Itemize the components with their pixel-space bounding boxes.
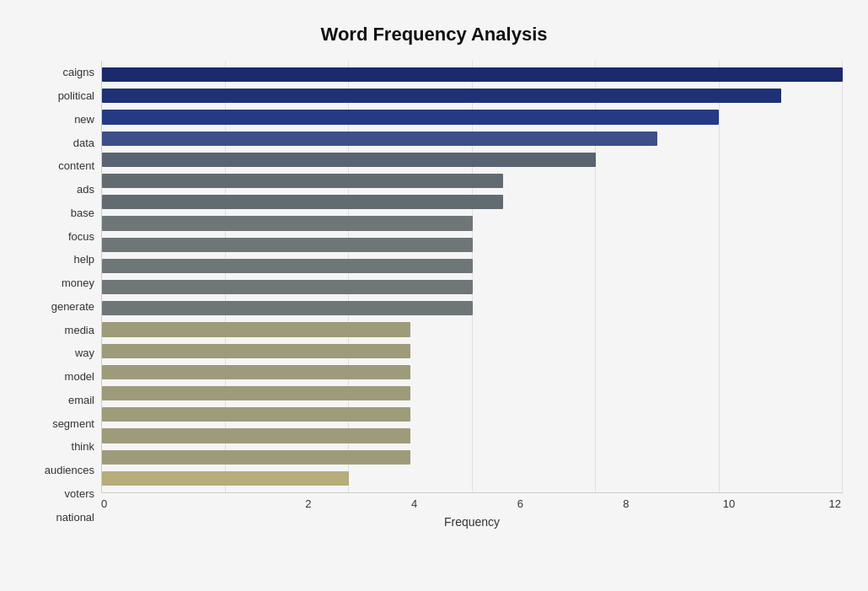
- y-label: political: [58, 90, 94, 101]
- x-axis: 024681012: [101, 493, 843, 510]
- x-tick: 6: [419, 497, 525, 510]
- bar: [102, 132, 657, 146]
- bar-row: [102, 319, 843, 340]
- bar: [102, 386, 410, 400]
- y-label: content: [58, 160, 94, 171]
- bar: [102, 322, 410, 336]
- bar: [102, 407, 410, 422]
- bar: [102, 195, 503, 209]
- bar: [102, 110, 719, 124]
- bar-row: [102, 298, 843, 319]
- bar-row: [102, 341, 843, 362]
- y-label: data: [73, 137, 94, 148]
- bar: [102, 471, 349, 486]
- y-label: money: [62, 277, 94, 288]
- bars-and-xaxis: 024681012 Frequency: [101, 61, 843, 529]
- x-tick: 8: [525, 497, 631, 510]
- y-label: audiences: [45, 465, 94, 475]
- y-label: help: [73, 254, 94, 265]
- y-label: voters: [65, 488, 94, 499]
- y-label: media: [65, 325, 94, 336]
- bar: [102, 344, 410, 358]
- x-tick: 2: [207, 497, 313, 510]
- x-axis-label: Frequency: [101, 515, 843, 529]
- bar-row: [102, 170, 843, 191]
- y-label: focus: [68, 231, 94, 242]
- chart-area: caignspoliticalnewdatacontentadsbasefocu…: [25, 61, 843, 529]
- y-label: email: [68, 395, 94, 406]
- y-label: think: [72, 441, 94, 452]
- bar: [102, 280, 473, 294]
- bar: [102, 428, 410, 443]
- bar-row: [102, 404, 843, 425]
- x-tick: 12: [737, 497, 843, 510]
- bar-row: [102, 362, 843, 383]
- bar-row: [102, 85, 843, 106]
- y-label: caigns: [62, 67, 94, 78]
- y-label: ads: [77, 184, 94, 195]
- bar: [102, 174, 503, 188]
- x-tick: 4: [313, 497, 419, 510]
- bar-row: [102, 468, 843, 489]
- bar: [102, 67, 843, 82]
- bar-row: [102, 255, 843, 277]
- bar-row: [102, 106, 843, 127]
- y-label: way: [75, 347, 94, 358]
- bar-row: [102, 425, 843, 446]
- x-tick: 0: [101, 497, 207, 510]
- y-labels: caignspoliticalnewdatacontentadsbasefocu…: [25, 61, 101, 529]
- y-label: generate: [51, 301, 94, 312]
- bars-area: [101, 61, 843, 493]
- bar: [102, 450, 410, 465]
- bar: [102, 89, 781, 103]
- y-label: new: [74, 114, 94, 125]
- bar-row: [102, 149, 843, 170]
- bar-row: [102, 234, 843, 255]
- bar: [102, 301, 473, 315]
- y-label: base: [71, 207, 94, 218]
- chart-title: Word Frequency Analysis: [25, 24, 843, 46]
- bar: [102, 259, 473, 273]
- bar: [102, 216, 473, 230]
- bar-row: [102, 212, 843, 234]
- bar-row: [102, 383, 843, 404]
- y-label: model: [65, 371, 94, 382]
- bars-inner: [102, 61, 843, 492]
- bar: [102, 153, 596, 167]
- chart-container: Word Frequency Analysis caignspoliticaln…: [8, 7, 860, 584]
- bar-row: [102, 191, 843, 212]
- bar: [102, 365, 410, 379]
- bar: [102, 238, 473, 252]
- y-label: national: [56, 512, 94, 523]
- bar-row: [102, 64, 843, 85]
- y-label: segment: [52, 418, 94, 429]
- bar-row: [102, 277, 843, 298]
- bar-row: [102, 128, 843, 149]
- bar-row: [102, 447, 843, 468]
- x-tick: 10: [631, 497, 737, 510]
